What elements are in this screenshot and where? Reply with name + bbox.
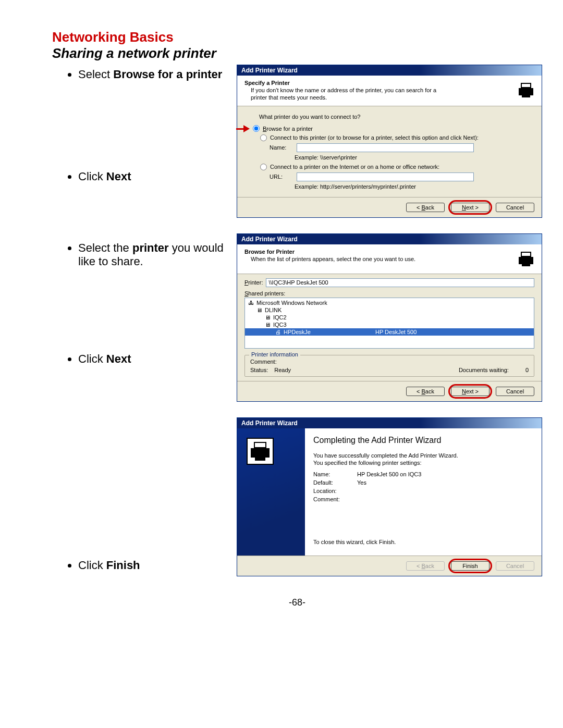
svg-rect-0 — [519, 88, 533, 95]
close-instruction: To close this wizard, click Finish. — [313, 539, 533, 545]
tree-node: IQC3 — [273, 322, 287, 328]
wizard-specify-printer: Add Printer Wizard Specify a Printer If … — [237, 65, 542, 218]
window-title: Add Printer Wizard — [237, 418, 542, 428]
tree-node: DLINK — [265, 307, 282, 313]
setting-name-label: Name: — [313, 471, 350, 477]
example-text-1: Example: \\server\printer — [295, 154, 533, 161]
radio-connect[interactable] — [260, 134, 267, 141]
docs-label: Documents waiting: — [459, 367, 509, 373]
svg-rect-6 — [522, 253, 530, 256]
wizard-browse-printer: Add Printer Wizard Browse for Printer Wh… — [237, 233, 542, 402]
section-title: Networking Basics — [52, 29, 542, 45]
svg-rect-2 — [522, 84, 530, 87]
cancel-button[interactable]: Cancel — [496, 203, 534, 212]
setting-comment-label: Comment: — [313, 496, 350, 502]
section-subtitle: Sharing a network printer — [52, 45, 542, 61]
next-button[interactable]: Next > — [451, 203, 489, 212]
url-input[interactable] — [297, 172, 474, 181]
step-text: Select the — [78, 241, 132, 254]
radio-internet-label: Connect to a printer on the Internet or … — [270, 164, 439, 170]
step-text: Click — [78, 559, 106, 572]
window-title: Add Printer Wizard — [237, 65, 542, 76]
network-icon: 🖧 — [247, 300, 254, 306]
wizard-complete: Add Printer Wizard Completing the Add Pr… — [237, 417, 542, 576]
printer-label: Printer: — [244, 279, 263, 286]
wizard-header-sub: When the list of printers appears, selec… — [251, 256, 415, 263]
back-button[interactable]: < Back — [406, 387, 445, 396]
step-bold: Next — [106, 352, 131, 365]
comment-label: Comment: — [250, 359, 277, 365]
red-arrow-icon — [236, 125, 250, 132]
url-label: URL: — [270, 174, 292, 180]
complete-title: Completing the Add Printer Wizard — [313, 436, 533, 445]
complete-line-2: You specified the following printer sett… — [313, 460, 533, 466]
name-input[interactable] — [297, 143, 474, 152]
status-value: Ready — [274, 367, 291, 373]
printer-icon — [516, 249, 536, 269]
radio-connect-label: Connect to this printer (or to browse fo… — [270, 134, 479, 141]
step-2: Click Next — [78, 170, 224, 183]
printer-info-box: Printer information Comment: Status:Read… — [244, 355, 534, 377]
tree-node: IQC2 — [273, 314, 287, 320]
finish-button[interactable]: Finish — [451, 561, 489, 571]
back-button-disabled: < Back — [406, 561, 445, 571]
wizard-header-sub: If you don't know the name or address of… — [251, 87, 449, 102]
page-number: -68- — [52, 597, 542, 608]
cancel-button-disabled: Cancel — [496, 561, 534, 571]
window-title: Add Printer Wizard — [237, 234, 542, 244]
radio-browse[interactable] — [253, 125, 260, 132]
cancel-button[interactable]: Cancel — [496, 387, 534, 396]
docs-value: 0 — [525, 367, 529, 373]
setting-default-value: Yes — [357, 479, 533, 486]
svg-rect-4 — [519, 257, 533, 264]
step-bold: Browse for a printer — [113, 68, 222, 81]
computer-icon: 🖥 — [264, 314, 271, 320]
step-5: Click Finish — [78, 559, 224, 572]
complete-line-1: You have successfully completed the Add … — [313, 452, 533, 459]
svg-rect-11 — [255, 458, 265, 461]
step-bold: printer — [132, 241, 169, 254]
wizard-header-title: Specify a Printer — [244, 80, 290, 86]
svg-rect-3 — [522, 95, 530, 97]
computer-icon: 🖥 — [264, 322, 271, 328]
step-text: Click — [78, 170, 106, 183]
next-button[interactable]: Next > — [451, 387, 489, 396]
step-1: Select Browse for a printer — [78, 68, 224, 81]
example-text-2: Example: http://server/printers/myprinte… — [295, 183, 533, 190]
step-text: Click — [78, 352, 106, 365]
wizard-header-title: Browse for Printer — [244, 249, 295, 255]
setting-default-label: Default: — [313, 479, 350, 486]
tree-sel-model: HP DeskJet 500 — [375, 329, 417, 335]
name-label: Name: — [270, 144, 292, 151]
printer-input[interactable] — [266, 278, 534, 287]
step-bold: Finish — [106, 559, 140, 572]
step-text: Select — [78, 68, 113, 81]
radio-browse-label: BBrowse for a printerrowse for a printer — [263, 126, 313, 132]
step-4: Click Next — [78, 352, 224, 366]
svg-rect-8 — [251, 448, 270, 458]
workgroup-icon: 🖥 — [255, 307, 263, 313]
printer-small-icon: 🖨 — [274, 329, 282, 335]
prompt-text: What printer do you want to connect to? — [259, 114, 533, 120]
setting-comment-value — [357, 496, 533, 502]
printer-icon — [516, 80, 536, 101]
back-button[interactable]: < Back — [406, 203, 445, 212]
tree-selected-printer[interactable]: 🖨 HPDeskJe HP DeskJet 500 — [245, 328, 534, 336]
step-3: Select the printer you would like to sha… — [78, 241, 224, 269]
shared-printers-label: Shared printers: — [244, 290, 534, 297]
setting-location-value — [357, 488, 533, 494]
tree-root: Microsoft Windows Network — [256, 300, 327, 306]
svg-rect-7 — [522, 264, 530, 266]
setting-location-label: Location: — [313, 488, 350, 494]
setting-name-value: HP DeskJet 500 on IQC3 — [357, 471, 533, 477]
printer-tree[interactable]: 🖧Microsoft Windows Network 🖥DLINK 🖥IQC2 … — [244, 298, 534, 349]
status-label: Status: — [250, 367, 268, 373]
svg-rect-10 — [255, 443, 265, 447]
info-legend: Printer information — [249, 351, 300, 357]
printer-large-icon — [247, 438, 274, 465]
tree-sel-name: HPDeskJe — [284, 329, 311, 335]
radio-internet[interactable] — [260, 164, 267, 170]
step-bold: Next — [106, 170, 131, 183]
wizard-side-banner — [237, 428, 305, 556]
